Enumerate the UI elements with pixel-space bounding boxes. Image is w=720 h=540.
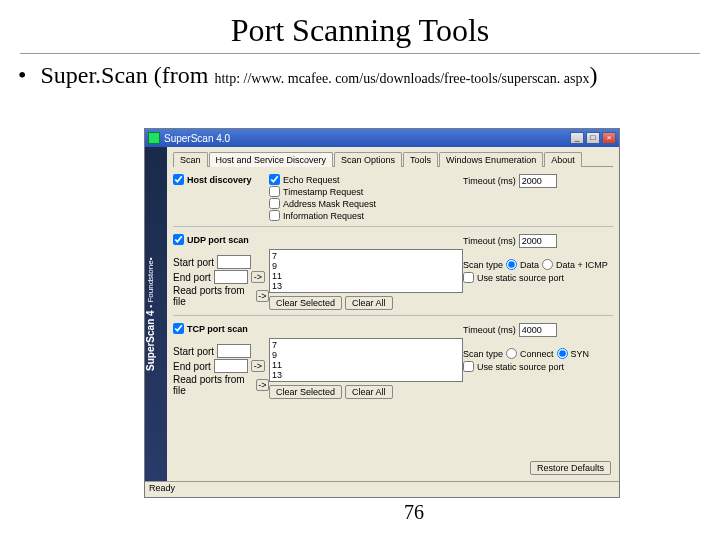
slide-title: Port Scanning Tools bbox=[0, 12, 720, 49]
udp-timeout-label: Timeout (ms) bbox=[463, 236, 516, 246]
tcp-syn-radio[interactable]: SYN bbox=[557, 348, 590, 359]
divider bbox=[20, 53, 700, 54]
tcp-timeout-label: Timeout (ms) bbox=[463, 325, 516, 335]
titlebar: SuperScan 4.0 _ □ × bbox=[145, 129, 619, 147]
tcp-scantype-label: Scan type bbox=[463, 349, 503, 359]
host-discovery-check[interactable]: Host discovery bbox=[173, 174, 269, 185]
restore-defaults-button[interactable]: Restore Defaults bbox=[530, 461, 611, 475]
minimize-button[interactable]: _ bbox=[570, 132, 584, 144]
host-timeout-input[interactable] bbox=[519, 174, 557, 188]
udp-readfile-button[interactable]: -> bbox=[256, 290, 269, 302]
tcp-start-input[interactable] bbox=[217, 344, 251, 358]
tab-winenum[interactable]: Windows Enumeration bbox=[439, 152, 543, 167]
udp-dataicmp-radio[interactable]: Data + ICMP bbox=[542, 259, 608, 270]
tab-about[interactable]: About bbox=[544, 152, 582, 167]
udp-port-list[interactable]: 791113 bbox=[269, 249, 463, 293]
tab-tools[interactable]: Tools bbox=[403, 152, 438, 167]
tcp-timeout-input[interactable] bbox=[519, 323, 557, 337]
bullet-dot: • bbox=[18, 62, 26, 88]
maximize-button[interactable]: □ bbox=[586, 132, 600, 144]
tab-options[interactable]: Scan Options bbox=[334, 152, 402, 167]
information-request-check[interactable]: Information Request bbox=[269, 210, 463, 221]
status-bar: Ready bbox=[145, 481, 619, 497]
bullet-url: http: //www. mcafee. com/us/downloads/fr… bbox=[214, 71, 589, 86]
tcp-clear-all-button[interactable]: Clear All bbox=[345, 385, 393, 399]
address-mask-check[interactable]: Address Mask Request bbox=[269, 198, 463, 209]
bullet-line: • Super.Scan (from http: //www. mcafee. … bbox=[18, 62, 720, 89]
udp-scantype-label: Scan type bbox=[463, 260, 503, 270]
host-timeout-label: Timeout (ms) bbox=[463, 176, 516, 186]
tcp-end-input[interactable] bbox=[214, 359, 248, 373]
udp-clear-all-button[interactable]: Clear All bbox=[345, 296, 393, 310]
udp-start-input[interactable] bbox=[217, 255, 251, 269]
sidebar-brand: SuperScan 4 • Foundstone• bbox=[145, 147, 167, 481]
udp-data-radio[interactable]: Data bbox=[506, 259, 539, 270]
tcp-connect-radio[interactable]: Connect bbox=[506, 348, 554, 359]
tcp-clear-selected-button[interactable]: Clear Selected bbox=[269, 385, 342, 399]
tcp-start-label: Start port bbox=[173, 346, 214, 357]
window-title: SuperScan 4.0 bbox=[164, 133, 230, 144]
bullet-suffix: ) bbox=[589, 62, 597, 88]
timestamp-request-check[interactable]: Timestamp Request bbox=[269, 186, 463, 197]
echo-request-check[interactable]: Echo Request bbox=[269, 174, 463, 185]
udp-start-label: Start port bbox=[173, 257, 214, 268]
udp-readfile-label: Read ports from file bbox=[173, 285, 253, 307]
tcp-add-button[interactable]: -> bbox=[251, 360, 265, 372]
udp-static-port-check[interactable]: Use static source port bbox=[463, 272, 613, 283]
app-icon bbox=[148, 132, 160, 144]
udp-add-button[interactable]: -> bbox=[251, 271, 265, 283]
udp-end-input[interactable] bbox=[214, 270, 248, 284]
udp-scan-check[interactable]: UDP port scan bbox=[173, 234, 269, 245]
close-button[interactable]: × bbox=[602, 132, 616, 144]
tab-discovery[interactable]: Host and Service Discovery bbox=[209, 152, 334, 167]
app-window: SuperScan 4.0 _ □ × SuperScan 4 • Founds… bbox=[144, 128, 620, 498]
tcp-end-label: End port bbox=[173, 361, 211, 372]
tab-strip: Scan Host and Service Discovery Scan Opt… bbox=[173, 151, 613, 167]
tcp-static-port-check[interactable]: Use static source port bbox=[463, 361, 613, 372]
tcp-readfile-label: Read ports from file bbox=[173, 374, 253, 396]
tcp-scan-check[interactable]: TCP port scan bbox=[173, 323, 269, 334]
tab-scan[interactable]: Scan bbox=[173, 152, 208, 167]
udp-timeout-input[interactable] bbox=[519, 234, 557, 248]
slide-number: 76 bbox=[404, 501, 424, 524]
udp-clear-selected-button[interactable]: Clear Selected bbox=[269, 296, 342, 310]
bullet-text: Super.Scan (from bbox=[40, 62, 214, 88]
tcp-port-list[interactable]: 79111315 bbox=[269, 338, 463, 382]
udp-end-label: End port bbox=[173, 272, 211, 283]
tcp-readfile-button[interactable]: -> bbox=[256, 379, 269, 391]
